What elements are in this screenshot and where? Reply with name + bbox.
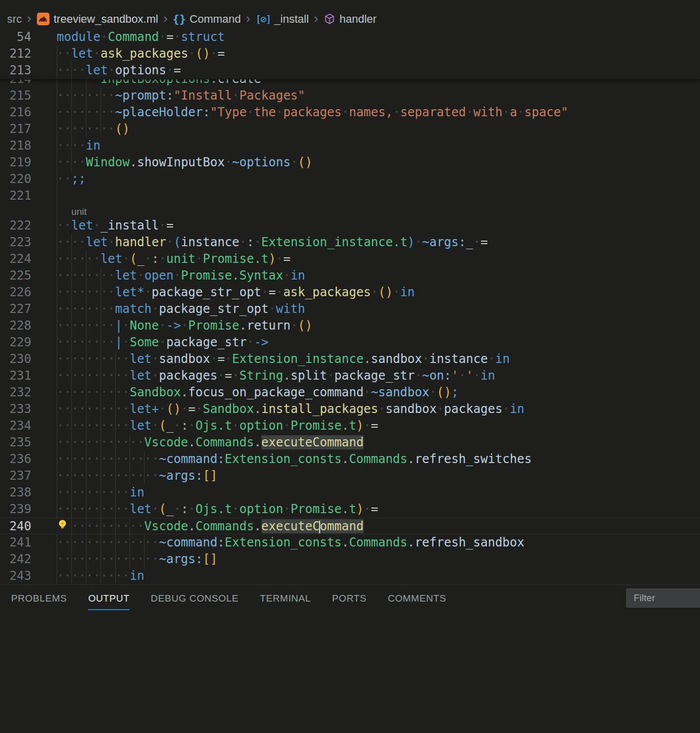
breadcrumb-item-handler[interactable]: handler — [323, 13, 376, 26]
whitespace-dot: · — [225, 155, 232, 169]
code-line[interactable]: 240··········Vscode.Commands.executeComm… — [0, 518, 700, 534]
code-token: let — [129, 502, 151, 516]
code-token: = — [217, 352, 225, 366]
code-line[interactable]: 238··········in — [0, 484, 700, 501]
whitespace-dot: · — [196, 402, 203, 416]
whitespace-dot: · — [173, 502, 181, 516]
code-token: Vscode — [144, 519, 188, 533]
indent-guide: ·· — [86, 518, 101, 535]
code-line[interactable]: 221 — [0, 188, 700, 204]
indent-guide: ·· — [101, 317, 115, 334]
indent-guide: ·· — [115, 451, 130, 468]
code-line[interactable]: 230··········let·sandbox·=·Extension_ins… — [0, 351, 700, 368]
code-line[interactable]: 235············Vscode.Commands.executeCo… — [0, 434, 700, 451]
tab-ports[interactable]: PORTS — [332, 586, 367, 610]
filter-input[interactable] — [626, 588, 700, 608]
breadcrumb-item-treeview-sandbox-ml[interactable]: treeview_sandbox.ml — [36, 12, 158, 26]
code-token: | — [115, 335, 122, 349]
code-token: showInputBox — [137, 155, 225, 169]
indent-guide: ·· — [71, 468, 86, 484]
code-line[interactable]: 234··········let·(_·:·Ojs.t·option·Promi… — [0, 418, 700, 434]
code-line[interactable]: 222··let·_install·= — [0, 217, 700, 234]
code-line[interactable]: 215········~prompt:"Install·Packages" — [0, 87, 700, 104]
code-line[interactable]: 232··········Sandbox.focus_on_package_co… — [0, 384, 700, 401]
code-token: _ — [137, 252, 144, 266]
breadcrumb-item-src[interactable]: src — [7, 13, 22, 26]
whitespace-dot: · — [159, 402, 166, 416]
code-line[interactable]: 233··········let+·()·=·Sandbox.install_p… — [0, 401, 700, 418]
code-token: Sandbox — [203, 402, 254, 416]
indent-guide: ·· — [86, 568, 101, 584]
sticky-line[interactable]: 54module·Command·=·struct — [0, 29, 700, 45]
lightbulb-icon[interactable] — [57, 518, 71, 535]
indent-guide: ·· — [57, 368, 71, 384]
line-number: 216 — [0, 104, 31, 121]
code-line[interactable]: 231··········let·packages·=·String.split… — [0, 368, 700, 384]
breadcrumb-item--install[interactable]: [⊘]_install — [255, 13, 309, 26]
indent-guide: ·· — [57, 468, 71, 484]
indent-guide: ·· — [144, 451, 159, 468]
whitespace-dot: · — [152, 352, 159, 366]
code-line[interactable]: 218····in — [0, 138, 700, 154]
tab-problems[interactable]: PROBLEMS — [11, 586, 67, 610]
line-number: 233 — [0, 401, 31, 418]
line-number: 212 — [0, 45, 31, 62]
indent-guide: ·· — [57, 251, 71, 267]
code-token: ' — [451, 369, 458, 383]
code-line[interactable]: 241··············~command:Extension_cons… — [0, 534, 700, 551]
code-token: Packages" — [239, 88, 305, 103]
sticky-line[interactable]: 212··let·ask_packages·()·= — [0, 45, 700, 62]
indent-guide: ·· — [57, 138, 71, 154]
line-number: 230 — [0, 351, 31, 368]
code-token: in — [510, 402, 524, 416]
code-line[interactable]: 217········() — [0, 121, 700, 138]
code-token: ) — [269, 252, 276, 266]
code-line[interactable]: 216········~placeHolder:"Type·the·packag… — [0, 104, 700, 121]
code-token: refresh_sandbox — [415, 535, 524, 549]
code-line[interactable]: 227········match·package_str_opt·with — [0, 301, 700, 317]
whitespace-dot: · — [196, 252, 203, 266]
breadcrumb-item-command[interactable]: {}Command — [172, 13, 241, 26]
tab-output[interactable]: OUTPUT — [88, 586, 129, 610]
indent-guide: ·· — [101, 551, 115, 568]
line-content: ··········let·sandbox·=·Extension_instan… — [57, 351, 510, 368]
code-line[interactable]: 219····Window.showInputBox·~options·() — [0, 154, 700, 171]
indent-guide: ·· — [71, 568, 86, 584]
code-line[interactable]: 223····let·handler·(instance·:·Extension… — [0, 234, 700, 251]
code-token: Extension_consts — [225, 535, 341, 549]
indent-guide: ·· — [86, 401, 101, 418]
code-token: "Type — [210, 105, 246, 119]
whitespace-dot: · — [247, 335, 254, 349]
indent-guide: ·· — [71, 87, 86, 104]
code-line[interactable]: 225········let·open·Promise.Syntax·in — [0, 267, 700, 284]
whitespace-dot: · — [152, 302, 159, 316]
indent-guide: ·· — [129, 534, 144, 551]
code-line[interactable]: 242··············~args:[] — [0, 551, 700, 568]
indent-guide: ·· — [86, 418, 101, 434]
code-token: Command — [108, 30, 159, 44]
code-token: ' — [466, 369, 473, 383]
indent-guide: ·· — [57, 401, 71, 418]
tab-debug-console[interactable]: DEBUG CONSOLE — [151, 586, 239, 610]
code-line[interactable]: 224······let·(_·:·unit·Promise.t)·= — [0, 251, 700, 267]
code-line[interactable]: 220··;; — [0, 171, 700, 188]
code-line[interactable]: 239··········let·(_·:·Ojs.t·option·Promi… — [0, 501, 700, 518]
whitespace-dot: · — [93, 47, 100, 61]
braces-icon: {} — [172, 13, 186, 25]
code-line[interactable]: 236··············~command:Extension_cons… — [0, 451, 700, 468]
tab-comments[interactable]: COMMENTS — [388, 586, 447, 610]
code-line[interactable]: 229········|·Some·package_str·-> — [0, 334, 700, 351]
code-line[interactable]: 226········let*·package_str_opt·=·ask_pa… — [0, 284, 700, 301]
indent-guide: ·· — [57, 121, 71, 138]
indent-guide: ·· — [57, 87, 71, 104]
code-line[interactable]: 228········|·None·->·Promise.return·() — [0, 317, 700, 334]
whitespace-dot: · — [415, 369, 422, 383]
indent-guide: ·· — [71, 351, 86, 368]
indent-guide: ·· — [101, 334, 115, 351]
code-line[interactable]: 237··············~args:[] — [0, 468, 700, 484]
sticky-line[interactable]: 213····let·options·= — [0, 62, 700, 79]
tab-terminal[interactable]: TERMINAL — [260, 586, 311, 610]
code-token: packages — [159, 369, 217, 383]
whitespace-dot: · — [159, 30, 166, 44]
code-line[interactable]: 243··········in — [0, 568, 700, 584]
